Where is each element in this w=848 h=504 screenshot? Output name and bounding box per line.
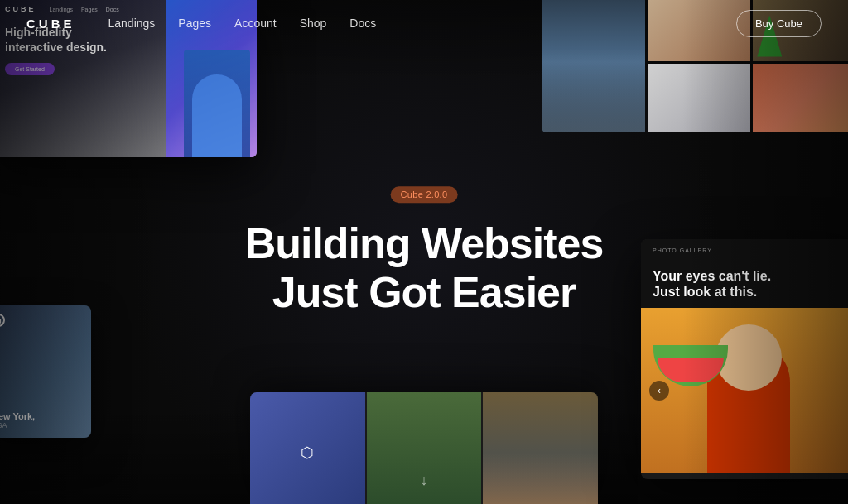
hero-headline: Building Websites Just Got Easier [245, 219, 604, 319]
card-cta-button: Get Started [5, 63, 55, 75]
gallery-photo: ‹ [641, 308, 848, 473]
portfolio-cell-1: ⬡ [250, 392, 365, 504]
version-badge: Cube 2.0.0 [391, 186, 458, 203]
gallery-title-line2: Just look at this. [653, 284, 845, 300]
country-name: USA [0, 421, 83, 430]
gallery-nav-prev-icon[interactable]: ‹ [649, 381, 669, 401]
scroll-indicator[interactable]: ↓ [421, 472, 428, 489]
nav-account[interactable]: Account [234, 17, 277, 30]
location-card: ◀ New York, USA [0, 305, 91, 438]
nav-dot-icon: ◀ [0, 314, 5, 327]
gallery-title: Your eyes can't lie. Just look at this. [641, 262, 848, 308]
nav-pages[interactable]: Pages [178, 17, 211, 30]
nav-landings[interactable]: Landings [108, 17, 156, 30]
gallery-image-5 [753, 64, 848, 133]
gallery-image-4 [648, 64, 751, 133]
buy-button[interactable]: Buy Cube [736, 10, 822, 37]
instagram-icon: ⬡ [301, 444, 314, 462]
hero-content: Cube 2.0.0 Building Websites Just Got Ea… [245, 186, 604, 319]
nav-links: Landings Pages Account Shop Docs [108, 16, 736, 31]
card-person [184, 50, 250, 157]
city-name: New York, [0, 411, 83, 421]
navigation: CUBE Landings Pages Account Shop Docs Bu… [0, 0, 848, 46]
nav-docs[interactable]: Docs [349, 17, 376, 30]
portfolio-cell-3 [483, 392, 598, 504]
gallery-title-line1: Your eyes can't lie. [653, 268, 845, 284]
nav-shop[interactable]: Shop [300, 17, 327, 30]
location-text: New York, USA [0, 411, 83, 430]
photo-gallery-card: PHOTO GALLERY Your eyes can't lie. Just … [641, 239, 848, 479]
gallery-label: PHOTO GALLERY [641, 239, 848, 262]
logo[interactable]: CUBE [26, 17, 75, 31]
hero-headline-line1: Building Websites [245, 219, 604, 267]
hero-headline-line2: Just Got Easier [272, 269, 576, 317]
